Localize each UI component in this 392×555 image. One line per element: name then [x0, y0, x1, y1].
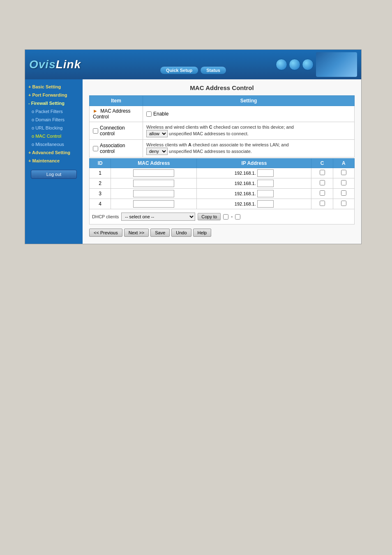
entry-mac-2 [111, 178, 197, 189]
dhcp-row: DHCP clients -- select one -- Copy to - [89, 209, 355, 224]
connection-control-row: Connection control Wireless and wired cl… [90, 122, 355, 140]
ip-input-4[interactable] [257, 200, 274, 208]
save-button[interactable]: Save [150, 229, 170, 237]
entry-header-mac: MAC Address [111, 159, 197, 168]
enable-checkbox-label: Enable [146, 111, 351, 117]
entry-a-2 [333, 178, 354, 189]
mac-address-enable-checkbox[interactable] [146, 111, 152, 117]
entry-id-3: 3 [90, 189, 111, 199]
help-button[interactable]: Help [193, 229, 212, 237]
entry-row-1: 1 192.168.1. [90, 168, 355, 178]
copy-c-checkbox[interactable] [223, 214, 228, 220]
entry-c-checkbox-4[interactable] [320, 201, 325, 206]
entry-c-checkbox-2[interactable] [320, 180, 325, 185]
sidebar-item-miscellaneous[interactable]: o Miscellaneous [25, 140, 83, 148]
entry-c-1 [311, 168, 333, 178]
ip-input-3[interactable] [257, 190, 274, 197]
ip-prefix-4: 192.168.1. [235, 201, 256, 206]
ip-prefix-1: 192.168.1. [235, 171, 256, 176]
entry-a-checkbox-4[interactable] [341, 201, 346, 206]
entry-ip-2: 192.168.1. [197, 178, 311, 189]
sidebar-item-mac-control[interactable]: o MAC Control [25, 132, 83, 140]
sidebar-item-advanced-setting[interactable]: + Advanced Setting [25, 148, 83, 157]
entry-mac-3 [111, 189, 197, 199]
sidebar-item-packet-filters[interactable]: o Packet Filters [25, 107, 83, 116]
association-control-checkbox[interactable] [93, 146, 98, 151]
next-button[interactable]: Next >> [124, 229, 149, 237]
globe-icon-3 [302, 59, 314, 70]
sidebar-item-port-forwarding[interactable]: + Port Forwarding [25, 91, 83, 99]
mac-input-2[interactable] [133, 180, 174, 187]
association-control-select[interactable]: allow deny [146, 148, 168, 155]
bottom-buttons: << Previous Next >> Save Undo Help [89, 224, 355, 238]
association-control-label: Association control [90, 140, 143, 157]
previous-button[interactable]: << Previous [89, 229, 122, 237]
header-photo [316, 52, 357, 77]
settings-table: Item Setting ► MAC Address Control [89, 95, 355, 157]
connection-control-label: Connection control [90, 122, 143, 140]
association-control-row: Association control Wireless clients wit… [90, 140, 355, 157]
nav-buttons: Quick Setup Status [160, 66, 226, 74]
sidebar-item-firewall-setting[interactable]: - Firewall Setting [25, 99, 83, 107]
entry-a-checkbox-2[interactable] [341, 180, 346, 185]
entry-c-4 [311, 199, 333, 209]
entry-row-4: 4 192.168.1. [90, 199, 355, 209]
ip-prefix-2: 192.168.1. [235, 181, 256, 186]
ip-input-2[interactable] [257, 180, 274, 187]
entry-c-3 [311, 189, 333, 199]
association-control-setting: Wireless clients with A checked can asso… [143, 140, 355, 157]
header-icons [276, 52, 357, 77]
ip-input-1[interactable] [257, 169, 274, 177]
entry-mac-1 [111, 168, 197, 178]
sidebar: + Basic Setting + Port Forwarding - Fire… [25, 79, 83, 244]
globe-icon-2 [289, 59, 300, 70]
ip-prefix-3: 192.168.1. [235, 191, 256, 196]
sidebar-item-url-blocking[interactable]: o URL Blocking [25, 124, 83, 132]
entry-a-checkbox-1[interactable] [341, 170, 346, 175]
mac-address-control-setting: Enable [143, 106, 355, 122]
mac-input-4[interactable] [133, 200, 174, 208]
sidebar-item-basic-setting[interactable]: + Basic Setting [25, 83, 83, 91]
logout-button[interactable]: Log out [31, 170, 77, 179]
association-control-cb-label: Association control [93, 143, 139, 154]
connection-control-checkbox[interactable] [93, 128, 98, 134]
entry-a-4 [333, 199, 354, 209]
mac-input-3[interactable] [133, 190, 174, 197]
entry-c-2 [311, 178, 333, 189]
header-item: Item [90, 96, 143, 106]
page-title: MAC Address Control [89, 84, 355, 91]
arrow-icon: ► [93, 108, 98, 114]
sidebar-item-maintenance[interactable]: + Maintenance [25, 157, 83, 165]
brand-name: OvisLink [29, 58, 81, 71]
dhcp-label: DHCP clients [92, 214, 119, 219]
entry-ip-1: 192.168.1. [197, 168, 311, 178]
mac-address-control-label: ► MAC Address Control [90, 106, 143, 122]
entry-a-checkbox-3[interactable] [341, 190, 346, 196]
mac-input-1[interactable] [133, 169, 174, 177]
header-setting: Setting [143, 96, 355, 106]
entry-header-ip: IP Address [197, 159, 311, 168]
mac-address-control-row: ► MAC Address Control Enable [90, 106, 355, 122]
copy-a-checkbox[interactable] [235, 214, 240, 220]
entry-header-id: ID [90, 159, 111, 168]
dhcp-select[interactable]: -- select one -- [121, 213, 195, 221]
connection-control-setting: Wireless and wired clients with C checke… [143, 122, 355, 140]
entry-c-checkbox-1[interactable] [320, 170, 325, 175]
undo-button[interactable]: Undo [171, 229, 191, 237]
entry-id-1: 1 [90, 168, 111, 178]
content-area: MAC Address Control Item Setting ► [83, 79, 361, 244]
header: OvisLink Quick Setup Status [25, 50, 361, 79]
entry-ip-3: 192.168.1. [197, 189, 311, 199]
globe-icons [276, 59, 314, 70]
entry-a-3 [333, 189, 354, 199]
connection-control-select[interactable]: allow deny [146, 130, 168, 137]
copy-to-button[interactable]: Copy to [198, 213, 221, 220]
quick-setup-button[interactable]: Quick Setup [160, 66, 198, 74]
status-button[interactable]: Status [200, 66, 226, 74]
sidebar-item-domain-filters[interactable]: o Domain Filters [25, 116, 83, 124]
copy-separator: - [231, 214, 233, 220]
entry-a-1 [333, 168, 354, 178]
connection-control-cb-label: Connection control [93, 125, 139, 136]
logo: OvisLink [29, 58, 81, 71]
entry-c-checkbox-3[interactable] [320, 190, 325, 196]
